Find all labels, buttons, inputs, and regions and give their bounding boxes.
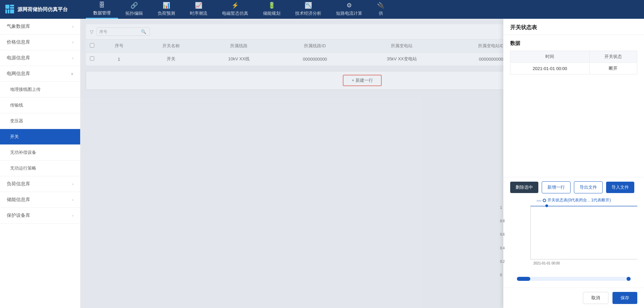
legend-line: — 开关状态表(0代表闭合，1代表断开)	[537, 197, 611, 203]
sidebar-item-price[interactable]: 价格信息库 ›	[0, 35, 80, 50]
nav-em-transient[interactable]: ⚡ 电磁暂态仿真	[215, 0, 256, 19]
col-header-line: 所属线路	[203, 40, 275, 53]
nav-supply[interactable]: 🔌 供	[370, 0, 392, 19]
layout: 气象数据库 › 价格信息库 › 电源信息库 › 电网信息库 ∨ 地理接线图上传 …	[0, 19, 644, 308]
svg-rect-4	[8, 9, 9, 13]
row-checkbox[interactable]	[90, 56, 94, 61]
chart-wrapper: 2021-01-01 00:00	[530, 206, 637, 259]
select-all-checkbox[interactable]	[90, 43, 94, 48]
export-file-button[interactable]: 导出文件	[574, 181, 603, 193]
cancel-button[interactable]: 取消	[583, 292, 608, 304]
nav-load-forecast-icon: 📊	[163, 2, 170, 9]
sidebar-item-grid-info[interactable]: 电网信息库 ∨	[0, 66, 80, 82]
chart-scrollbar-right-thumb	[627, 277, 631, 281]
add-row-button[interactable]: + 新建一行	[343, 75, 381, 86]
search-wrapper[interactable]: 🔍	[96, 27, 150, 36]
nav-short-circuit[interactable]: ⚙ 短路电流计算	[329, 0, 370, 19]
col-header-checkbox	[86, 40, 98, 53]
col-header-seq: 序号	[98, 40, 140, 53]
nav-tech-econ[interactable]: 📉 技术经济分析	[288, 0, 329, 19]
sidebar-item-protection[interactable]: 保护设备库 ›	[0, 208, 80, 224]
search-icon[interactable]: 🔍	[141, 29, 146, 34]
chevron-right-icon: ›	[72, 182, 73, 186]
app-logo: 源网荷储协同仿真平台	[5, 5, 86, 14]
svg-rect-2	[10, 7, 14, 9]
filter-icon[interactable]: ▽	[90, 29, 94, 35]
logo-icon	[5, 5, 15, 14]
nav-topo-edit[interactable]: 🔗 拓扑编辑	[118, 0, 150, 19]
chart-legend: — 开关状态表(0代表闭合，1代表断开)	[510, 197, 637, 203]
overlay-actions: 删除选中 新增一行 导出文件 导入文件	[503, 177, 644, 197]
svg-rect-0	[5, 5, 9, 9]
nav-load-forecast[interactable]: 📊 负荷预测	[150, 0, 182, 19]
sidebar-item-geo-upload[interactable]: 地理接线图上传	[0, 82, 80, 98]
save-button[interactable]: 保存	[612, 292, 637, 304]
nav-data-mgmt[interactable]: 🗄 数据管理	[86, 0, 118, 19]
col-header-line-id: 所属线路ID	[275, 40, 355, 53]
chart-area: — 开关状态表(0代表闭合，1代表断开) 1 0.8 0.6 0.4 0.2 0	[503, 197, 644, 288]
overlay-header: 开关状态表	[503, 19, 644, 35]
overlay-table-row[interactable]: 2021-01-01 00:00 断开	[511, 63, 637, 74]
overlay-add-row-button[interactable]: 新增一行	[542, 181, 571, 193]
sidebar-item-load-info[interactable]: 负荷信息库 ›	[0, 176, 80, 192]
nav-short-circuit-icon: ⚙	[346, 2, 352, 9]
chevron-right-icon: ›	[72, 40, 73, 44]
row-checkbox-cell[interactable]	[86, 53, 98, 66]
svg-rect-1	[10, 5, 14, 6]
header: 源网荷储协同仿真平台 🗄 数据管理 🔗 拓扑编辑 📊 负荷预测 📈 时序潮流 ⚡…	[0, 0, 644, 19]
overlay-col-time: 时间	[511, 51, 590, 63]
chart-data-point	[545, 204, 548, 207]
overlay-data-table: 时间 开关状态 2021-01-01 00:00 断开	[510, 51, 637, 74]
nav-data-mgmt-icon: 🗄	[99, 2, 105, 9]
y-axis-labels: 1 0.8 0.6 0.4 0.2 0	[500, 206, 505, 277]
svg-rect-3	[5, 9, 7, 13]
overlay-row-time: 2021-01-01 00:00	[511, 63, 590, 74]
nav-time-flow[interactable]: 📈 时序潮流	[182, 0, 215, 19]
overlay-panel: 开关状态表 数据 时间 开关状态 2021-01-01 00:00 断开	[503, 19, 644, 308]
sidebar-item-switch[interactable]: 开关	[0, 129, 80, 145]
nav-energy-plan[interactable]: 🔋 储能规划	[256, 0, 288, 19]
overlay-title: 开关状态表	[510, 24, 537, 30]
sidebar-item-reactive-strat[interactable]: 无功运行策略	[0, 161, 80, 176]
nav-time-flow-icon: 📈	[195, 2, 202, 9]
col-header-substation: 所属变电站	[355, 40, 449, 53]
section-title-data: 数据	[510, 40, 637, 47]
main-nav: 🗄 数据管理 🔗 拓扑编辑 📊 负荷预测 📈 时序潮流 ⚡ 电磁暂态仿真 🔋 储…	[86, 0, 644, 19]
sidebar-item-transmission[interactable]: 传输线	[0, 98, 80, 113]
row-name: 开关	[140, 53, 203, 66]
row-seq: 1	[98, 53, 140, 66]
sidebar-item-transformer[interactable]: 变压器	[0, 113, 80, 129]
legend-dot	[543, 199, 546, 202]
svg-rect-5	[10, 9, 14, 13]
row-line-id: 0000000000	[275, 53, 355, 66]
row-substation: 35kV XX变电站	[355, 53, 449, 66]
x-axis-label: 2021-01-01 00:00	[533, 261, 560, 265]
chart-scrollbar[interactable]	[517, 277, 631, 281]
row-line: 10kV XX线	[203, 53, 275, 66]
overlay-row-status: 断开	[589, 63, 637, 74]
sidebar-item-power-source[interactable]: 电源信息库 ›	[0, 50, 80, 66]
chevron-right-icon: ›	[72, 24, 73, 28]
col-header-name: 开关名称	[140, 40, 203, 53]
chevron-right-icon: ›	[72, 213, 73, 218]
sidebar-item-weather[interactable]: 气象数据库 ›	[0, 19, 80, 35]
overlay-col-status: 开关状态	[589, 51, 637, 63]
nav-tech-econ-icon: 📉	[305, 2, 312, 9]
chevron-down-icon: ∨	[71, 72, 73, 76]
chevron-right-icon: ›	[72, 56, 73, 60]
sidebar-item-reactive-comp[interactable]: 无功补偿设备	[0, 145, 80, 161]
nav-supply-icon: 🔌	[377, 2, 384, 9]
search-input[interactable]	[99, 29, 140, 34]
overlay-footer: 取消 保存	[503, 288, 644, 308]
nav-energy-plan-icon: 🔋	[268, 2, 275, 9]
delete-selected-button[interactable]: 删除选中	[510, 182, 538, 193]
chevron-right-icon: ›	[72, 198, 73, 202]
sidebar: 气象数据库 › 价格信息库 › 电源信息库 › 电网信息库 ∨ 地理接线图上传 …	[0, 19, 80, 308]
import-file-button[interactable]: 导入文件	[606, 182, 634, 193]
nav-em-transient-icon: ⚡	[231, 2, 239, 9]
chart-scrollbar-thumb	[517, 277, 530, 281]
sidebar-item-storage-info[interactable]: 储能信息库 ›	[0, 192, 80, 208]
nav-topo-edit-icon: 🔗	[130, 2, 138, 9]
overlay-body: 数据 时间 开关状态 2021-01-01 00:00 断开	[503, 35, 644, 177]
